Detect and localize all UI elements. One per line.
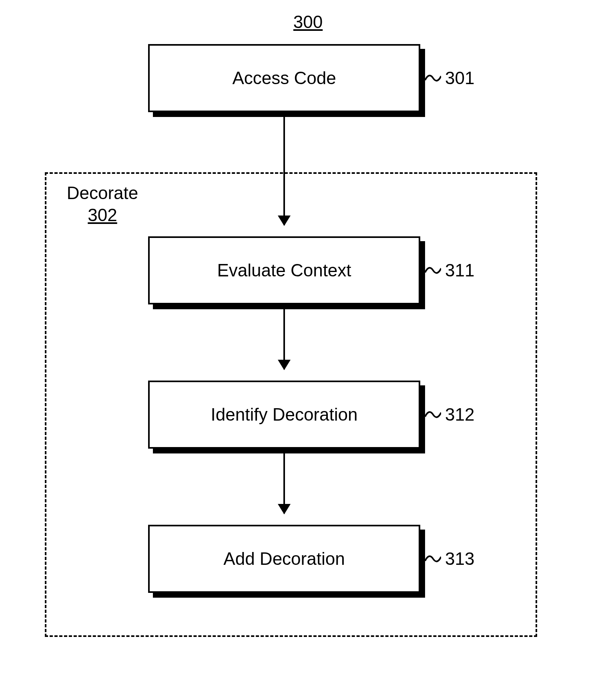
connector-squiggle	[425, 264, 441, 276]
process-box-label: Add Decoration	[223, 549, 345, 569]
group-title: Decorate 302	[58, 182, 146, 226]
process-box-add-decoration: Add Decoration	[148, 525, 420, 593]
connector-squiggle	[425, 409, 441, 421]
ref-label-313: 313	[445, 549, 474, 569]
process-box-label: Evaluate Context	[217, 260, 351, 280]
group-title-text: Decorate	[67, 183, 138, 203]
diagram-canvas: 300 Access Code 301 Decorate 302 Evaluat…	[0, 0, 616, 685]
arrow-3	[283, 453, 285, 514]
figure-number: 300	[293, 12, 323, 32]
connector-squiggle	[425, 72, 441, 84]
connector-squiggle	[425, 553, 441, 565]
process-box-identify-decoration: Identify Decoration	[148, 381, 420, 449]
arrow-2	[283, 309, 285, 369]
process-box-evaluate-context: Evaluate Context	[148, 236, 420, 304]
process-box-access-code: Access Code	[148, 44, 420, 112]
group-title-ref: 302	[58, 204, 146, 226]
ref-label-312: 312	[445, 405, 474, 425]
process-box-label: Identify Decoration	[211, 405, 358, 425]
ref-label-311: 311	[445, 260, 474, 280]
process-box-label: Access Code	[232, 68, 336, 88]
ref-label-301: 301	[445, 68, 474, 88]
